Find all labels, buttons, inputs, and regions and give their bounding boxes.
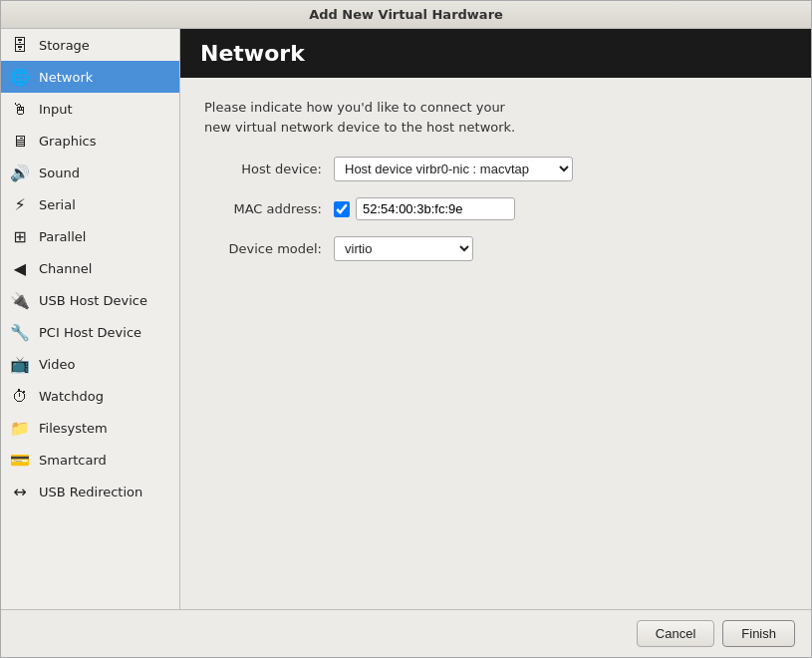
panel-header: Network	[180, 29, 811, 78]
filesystem-icon	[9, 417, 31, 439]
usb-host-icon	[9, 289, 31, 311]
sidebar-item-parallel[interactable]: Parallel	[1, 220, 179, 252]
sidebar-item-network[interactable]: Network	[1, 61, 179, 93]
sidebar-label-smartcard: Smartcard	[39, 453, 107, 468]
sidebar-item-storage[interactable]: Storage	[1, 29, 179, 61]
device-model-select[interactable]: virtioe1000rtl8139	[334, 236, 473, 261]
sidebar-label-watchdog: Watchdog	[39, 389, 104, 404]
sidebar-label-usb-host-device: USB Host Device	[39, 293, 147, 308]
sidebar-item-channel[interactable]: Channel	[1, 252, 179, 284]
footer: Cancel Finish	[1, 609, 811, 657]
title-bar: Add New Virtual Hardware	[1, 1, 811, 29]
device-model-control: virtioe1000rtl8139	[334, 236, 473, 261]
device-model-row: Device model: virtioe1000rtl8139	[204, 236, 787, 261]
sidebar: StorageNetworkInputGraphicsSoundSerialPa…	[1, 29, 180, 609]
description-line1: Please indicate how you'd like to connec…	[204, 100, 505, 115]
mac-address-checkbox[interactable]	[334, 201, 350, 217]
sound-icon	[9, 162, 31, 183]
sidebar-item-serial[interactable]: Serial	[1, 188, 179, 220]
sidebar-item-smartcard[interactable]: Smartcard	[1, 444, 179, 476]
sidebar-label-channel: Channel	[39, 261, 92, 276]
watchdog-icon	[9, 385, 31, 407]
host-device-select[interactable]: Host device virbr0-nic : macvtap	[334, 157, 573, 181]
sidebar-item-pci-host-device[interactable]: PCI Host Device	[1, 316, 179, 348]
sidebar-label-serial: Serial	[39, 197, 76, 212]
finish-button[interactable]: Finish	[722, 620, 795, 647]
sidebar-label-filesystem: Filesystem	[39, 421, 108, 436]
cancel-button[interactable]: Cancel	[637, 620, 714, 647]
sidebar-label-parallel: Parallel	[39, 229, 86, 244]
storage-icon	[9, 34, 31, 56]
panel-title: Network	[200, 41, 305, 66]
sidebar-item-usb-host-device[interactable]: USB Host Device	[1, 284, 179, 316]
channel-icon	[9, 257, 31, 279]
sidebar-label-network: Network	[39, 70, 93, 85]
mac-address-input[interactable]	[356, 197, 515, 220]
parallel-icon	[9, 225, 31, 247]
sidebar-item-filesystem[interactable]: Filesystem	[1, 412, 179, 444]
window-title: Add New Virtual Hardware	[309, 7, 503, 22]
main-panel: Network Please indicate how you'd like t…	[180, 29, 811, 609]
sidebar-item-video[interactable]: Video	[1, 348, 179, 380]
sidebar-label-input: Input	[39, 102, 73, 117]
video-icon	[9, 353, 31, 375]
sidebar-label-pci-host-device: PCI Host Device	[39, 325, 141, 340]
sidebar-label-graphics: Graphics	[39, 134, 96, 149]
mac-address-row: MAC address:	[204, 197, 787, 220]
mac-address-label: MAC address:	[204, 201, 334, 216]
serial-icon	[9, 193, 31, 215]
sidebar-item-usb-redirection[interactable]: USB Redirection	[1, 476, 179, 507]
graphics-icon	[9, 130, 31, 152]
sidebar-item-sound[interactable]: Sound	[1, 157, 179, 188]
content-area: StorageNetworkInputGraphicsSoundSerialPa…	[1, 29, 811, 609]
host-device-control: Host device virbr0-nic : macvtap	[334, 157, 573, 181]
pci-icon	[9, 321, 31, 343]
mac-address-control	[334, 197, 515, 220]
network-icon	[9, 66, 31, 88]
sidebar-item-watchdog[interactable]: Watchdog	[1, 380, 179, 412]
sidebar-label-video: Video	[39, 357, 75, 372]
device-model-label: Device model:	[204, 241, 334, 256]
usb-redir-icon	[9, 481, 31, 502]
main-window: Add New Virtual Hardware StorageNetworkI…	[0, 0, 812, 658]
sidebar-item-input[interactable]: Input	[1, 93, 179, 125]
panel-body: Please indicate how you'd like to connec…	[180, 78, 811, 609]
sidebar-label-usb-redirection: USB Redirection	[39, 485, 142, 499]
smartcard-icon	[9, 449, 31, 471]
description-line2: new virtual network device to the host n…	[204, 120, 515, 135]
description: Please indicate how you'd like to connec…	[204, 98, 787, 137]
sidebar-label-storage: Storage	[39, 38, 90, 53]
sidebar-label-sound: Sound	[39, 165, 80, 180]
sidebar-item-graphics[interactable]: Graphics	[1, 125, 179, 157]
input-icon	[9, 98, 31, 120]
host-device-row: Host device: Host device virbr0-nic : ma…	[204, 157, 787, 181]
host-device-label: Host device:	[204, 162, 334, 176]
